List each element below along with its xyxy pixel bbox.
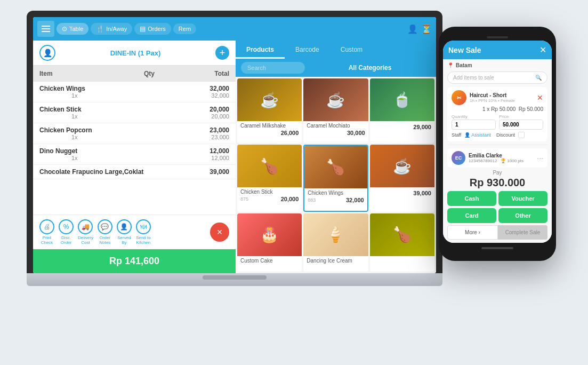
product-image: ☕ (370, 145, 434, 187)
product-info: Dancing Ice Cream (303, 256, 368, 267)
discount-checkbox[interactable] (518, 132, 525, 138)
delivery-cost-button[interactable]: 🚚 DeliveryCost (78, 219, 93, 245)
product-card-caramel-mochiato[interactable]: ☕ Caramel Mochiato 30,000 (303, 78, 368, 143)
product-info: Chicken Stick 875 20,000 (237, 187, 302, 205)
price-input[interactable] (499, 120, 543, 130)
complete-sale-label: Complete Sale (505, 229, 541, 235)
order-item: Dino Nugget 12,000 1x 12,000 (33, 144, 236, 165)
other-button[interactable]: Other (498, 208, 547, 223)
notes-label: OrderNotes (99, 235, 110, 245)
nav-tab-inaway-label: In/Away (106, 26, 127, 32)
customer-info: Emilia Clarke 123456789012 🏆 1000 pts (469, 153, 534, 163)
sale-item-sub: 1h • PPN 10% • Female (470, 98, 534, 103)
tab-custom-label: Custom (341, 46, 363, 53)
cash-button[interactable]: Cash (447, 191, 496, 206)
user-circle-icon[interactable]: 👤 (407, 24, 418, 34)
product-card-caramel-milkshake[interactable]: ☕ Caramel Milkshake 26,000 (237, 78, 302, 143)
nav-tab-rem[interactable]: Rem (173, 23, 196, 34)
product-image: ☕ (237, 78, 302, 121)
more-label: More › (465, 229, 480, 235)
complete-sale-button[interactable]: Complete Sale (498, 225, 547, 240)
remove-item-button[interactable]: ✕ (537, 93, 543, 102)
notes-icon: 💬 (98, 219, 112, 234)
sale-item-details: Haircut - Short 1h • PPN 10% • Female (470, 92, 534, 103)
order-actions: 🖨 PrintCheck % Disc.Order 🚚 DeliveryCost (33, 215, 236, 249)
close-icon[interactable]: ✕ (539, 45, 546, 55)
print-label: PrintCheck (41, 235, 53, 245)
print-icon: 🖨 (39, 219, 54, 234)
order-header: 👤 DINE-IN (1 Pax) + (33, 41, 236, 66)
qty-input[interactable] (452, 120, 496, 130)
new-sale-header: New Sale ✕ (443, 41, 552, 59)
item-price: 12,000 (211, 155, 229, 161)
disc-order-button[interactable]: % Disc.Order (59, 219, 74, 245)
item-qty: 1x (71, 155, 78, 161)
sale-item-name: Haircut - Short (470, 92, 534, 98)
staff-discount-row: Staff 👤 Assistant Discount (452, 132, 543, 138)
nav-tab-inaway[interactable]: 🍴 In/Away (91, 23, 132, 35)
laptop-screen-border: ⊙ Table 🍴 In/Away ▤ Orders Rem (27, 11, 442, 273)
discount-icon: % (59, 219, 74, 234)
tab-products-label: Products (246, 46, 274, 53)
item-price: 20,000 (211, 113, 229, 120)
category-label: All Categories (309, 64, 431, 72)
qty-block: Quantity (452, 114, 496, 130)
send-to-kitchen-button[interactable]: 🍽 Send toKitchen (136, 219, 151, 245)
orders-icon: ▤ (140, 25, 146, 33)
product-name: Chicken Stick (240, 189, 299, 195)
tab-custom[interactable]: Custom (330, 41, 373, 59)
nav-tab-rem-label: Rem (179, 26, 191, 32)
card-button[interactable]: Card (447, 208, 496, 223)
customer-points: 🏆 (501, 158, 506, 163)
product-card-9[interactable]: 🍗 (370, 213, 434, 272)
product-meta: 30,000 (307, 130, 365, 136)
nav-right-icons: 👤 ⏳ (407, 24, 432, 34)
customer-row: EC Emilia Clarke 123456789012 🏆 1000 pts… (447, 148, 547, 168)
staff-selector[interactable]: 👤 Assistant (464, 132, 491, 138)
add-items-placeholder: Add items to sale (453, 75, 494, 81)
products-search-bar: All Categories (236, 59, 436, 77)
tab-barcode[interactable]: Barcode (285, 41, 330, 59)
item-qty: 1x (71, 113, 78, 120)
qty-label: Quantity (452, 114, 496, 119)
nav-tab-orders[interactable]: ▤ Orders (134, 23, 171, 35)
order-title: DINE-IN (1 Pax) (110, 49, 161, 57)
payment-buttons: Cash Voucher Card Other (447, 191, 547, 223)
product-card-custom-cake[interactable]: 🎂 Custom Cake (237, 213, 302, 272)
order-notes-button[interactable]: 💬 OrderNotes (98, 219, 112, 245)
product-search-input[interactable] (241, 62, 305, 74)
product-card-6[interactable]: ☕ 39,000 (370, 145, 434, 211)
hourglass-icon[interactable]: ⏳ (421, 24, 432, 34)
print-check-button[interactable]: 🖨 PrintCheck (39, 219, 54, 245)
more-button[interactable]: More › (447, 225, 498, 240)
product-info: 39,000 (370, 187, 434, 199)
customer-more-button[interactable]: ··· (537, 154, 543, 162)
product-code: 883 (308, 197, 316, 203)
product-card-chicken-stick[interactable]: 🍗 Chicken Stick 875 20,000 (237, 145, 302, 211)
cancel-order-button[interactable]: × (210, 223, 229, 242)
hamburger-line (42, 26, 50, 27)
tab-products[interactable]: Products (236, 41, 285, 59)
order-items: Chicken Wings 32,000 1x 32,000 (33, 82, 236, 215)
product-card-chicken-wings[interactable]: 🍗 Chicken Wings 883 32,000 (303, 145, 368, 211)
served-by-button[interactable]: 👤 ServedBy (117, 219, 132, 245)
product-card-dancing-ice-cream[interactable]: 🍦 Dancing Ice Cream (303, 213, 368, 272)
products-tabs: Products Barcode Custom (236, 41, 436, 59)
item-total: 39,000 (210, 168, 229, 176)
nav-tab-table[interactable]: ⊙ Table (57, 23, 88, 35)
product-info (370, 256, 434, 261)
discount-label: Discount (496, 132, 515, 138)
product-meta: 29,000 (373, 124, 431, 130)
pos-app: ⊙ Table 🍴 In/Away ▤ Orders Rem (33, 17, 436, 273)
laptop-screen: ⊙ Table 🍴 In/Away ▤ Orders Rem (33, 17, 436, 273)
voucher-button[interactable]: Voucher (498, 191, 547, 206)
price-block: Price (499, 114, 543, 130)
product-card-3[interactable]: 🍵 29,000 (370, 78, 434, 143)
customer-avatar: EC (452, 151, 465, 165)
add-item-button[interactable]: + (215, 46, 229, 60)
location-row: 📍 Batam (447, 62, 547, 68)
product-meta: 883 32,000 (308, 197, 364, 203)
products-panel: Products Barcode Custom (236, 41, 436, 273)
hamburger-button[interactable] (37, 21, 54, 37)
add-items-search[interactable]: Add items to sale 🔍 (447, 72, 547, 84)
